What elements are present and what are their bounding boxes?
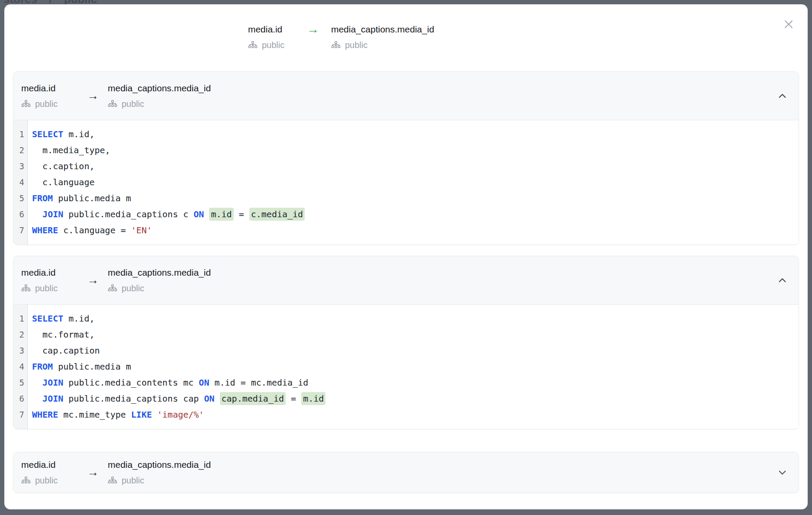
close-button[interactable] <box>782 17 796 31</box>
target-schema-name: public <box>122 98 144 109</box>
lineage-target: media_captions.media_id publ <box>108 459 211 486</box>
lineage-card: media.id public <box>13 452 799 493</box>
sql-code-line: c.language <box>32 174 799 190</box>
line-number: 2 <box>13 142 27 158</box>
line-number: 1 <box>13 126 27 142</box>
target-schema-name: public <box>122 475 144 486</box>
sql-code-line: mc.format, <box>32 327 799 343</box>
cards-list: media.id public <box>13 71 799 493</box>
sql-code-block: 1234567 SELECT m.id, m.media_type, c.cap… <box>13 120 799 245</box>
schema-icon <box>21 100 31 108</box>
sql-code-line: SELECT m.id, <box>32 311 799 327</box>
chevron-down-icon[interactable] <box>777 467 788 478</box>
source-column-name: media.id <box>248 23 296 35</box>
sql-code-line: WHERE c.language = 'EN' <box>32 222 799 238</box>
line-number: 7 <box>13 407 27 423</box>
sql-code-line: SELECT m.id, <box>32 126 799 142</box>
sql-code-lines: SELECT m.id, mc.format, cap.captionFROM … <box>28 305 799 429</box>
lineage-target: media_captions.media_id publ <box>108 82 211 109</box>
line-number: 3 <box>13 343 27 359</box>
lineage-card: media.id public <box>13 256 799 429</box>
lineage-source: media.id public <box>21 82 74 109</box>
lineage-target: media_captions.media_id public <box>331 23 434 51</box>
schema-icon <box>108 284 117 293</box>
target-column-name: media_captions.media_id <box>108 459 211 470</box>
lineage-card-header[interactable]: media.id public <box>13 72 799 120</box>
line-number: 5 <box>13 375 27 391</box>
line-number: 6 <box>13 206 27 222</box>
lineage-card-header[interactable]: media.id public <box>13 256 799 304</box>
lineage-modal: media.id public → media_cap <box>4 4 808 509</box>
page-overlay[interactable]: { "background": { "breadcrumb_hint": "st… <box>0 0 812 515</box>
schema-icon <box>248 41 258 49</box>
source-schema-name: public <box>35 475 58 486</box>
source-column-name: media.id <box>21 459 74 470</box>
line-number-gutter: 1234567 <box>13 305 28 429</box>
sql-code-line: m.media_type, <box>32 142 799 158</box>
line-number: 4 <box>13 359 27 375</box>
source-schema-name: public <box>262 39 284 51</box>
lineage-card-header[interactable]: media.id public <box>13 452 799 492</box>
sql-code-line: FROM public.media m <box>32 359 799 375</box>
source-schema-name: public <box>35 283 58 294</box>
line-number: 2 <box>13 327 27 343</box>
target-schema-name: public <box>345 39 367 51</box>
sql-code-line: FROM public.media m <box>32 190 799 206</box>
target-schema-name: public <box>122 283 144 294</box>
sql-code-line: c.caption, <box>32 158 799 174</box>
lineage-header: media.id public → media_cap <box>0 23 743 51</box>
target-column-name: media_captions.media_id <box>108 82 211 94</box>
lineage-arrow-icon: → <box>87 274 98 287</box>
schema-icon <box>108 476 117 485</box>
source-schema-name: public <box>35 98 58 109</box>
lineage-card: media.id public <box>13 71 799 245</box>
line-number: 7 <box>13 222 27 238</box>
sql-code-line: cap.caption <box>32 343 799 359</box>
line-number: 4 <box>13 174 27 190</box>
source-column-name: media.id <box>21 267 74 278</box>
line-number-gutter: 1234567 <box>13 120 28 245</box>
lineage-arrow-icon: → <box>87 89 98 103</box>
close-icon <box>782 17 796 31</box>
target-column-name: media_captions.media_id <box>331 23 434 35</box>
sql-code-block: 1234567 SELECT m.id, mc.format, cap.capt… <box>13 304 799 429</box>
schema-icon <box>21 284 31 293</box>
line-number: 6 <box>13 391 27 407</box>
schema-icon <box>21 476 31 485</box>
lineage-arrow-icon: → <box>87 466 98 479</box>
sql-code-lines: SELECT m.id, m.media_type, c.caption, c.… <box>28 120 799 245</box>
chevron-up-icon[interactable] <box>777 90 788 102</box>
sql-code-line: JOIN public.media_captions c ON m.id = c… <box>32 206 799 222</box>
lineage-target: media_captions.media_id publ <box>108 267 211 294</box>
sql-code-line: WHERE mc.mime_type LIKE 'image/%' <box>32 407 799 423</box>
chevron-up-icon[interactable] <box>777 274 788 286</box>
sql-code-line: JOIN public.media_contents mc ON m.id = … <box>32 375 799 391</box>
schema-icon <box>108 100 117 108</box>
lineage-source: media.id public <box>21 267 74 294</box>
line-number: 3 <box>13 158 27 174</box>
line-number: 5 <box>13 190 27 206</box>
source-column-name: media.id <box>21 82 74 94</box>
lineage-source: media.id public <box>21 459 74 486</box>
sql-code-line: JOIN public.media_captions cap ON cap.me… <box>32 391 799 407</box>
lineage-arrow-icon: → <box>307 23 319 35</box>
target-column-name: media_captions.media_id <box>108 267 211 278</box>
schema-icon <box>331 41 341 49</box>
line-number: 1 <box>13 311 27 327</box>
lineage-source: media.id public <box>248 23 296 51</box>
